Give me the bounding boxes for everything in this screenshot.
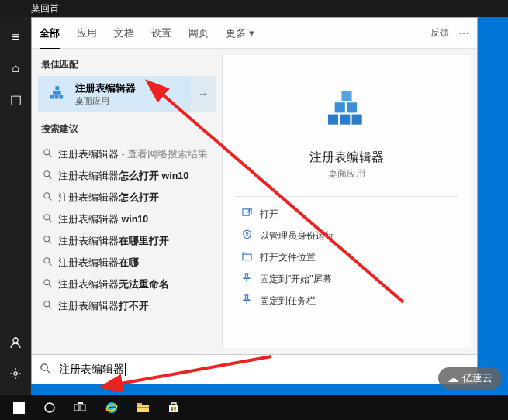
tab-all[interactable]: 全部	[40, 26, 60, 50]
tab-more[interactable]: 更多 ▾	[226, 26, 254, 40]
suggestion-item[interactable]: 注册表编辑器打不开	[38, 295, 222, 317]
search-icon	[40, 235, 55, 247]
detail-title: 注册表编辑器	[309, 150, 384, 166]
app-icon-large	[316, 78, 378, 140]
best-match-header: 最佳匹配	[41, 58, 222, 71]
suggestion-item[interactable]: 注册表编辑器怎么打开 win10	[38, 165, 222, 187]
svg-point-14	[43, 171, 49, 177]
home-icon[interactable]: ⌂	[0, 53, 31, 84]
explorer-icon[interactable]	[127, 395, 158, 420]
svg-rect-52	[174, 407, 176, 409]
more-menu-icon[interactable]: ⋯	[458, 27, 469, 40]
svg-rect-36	[242, 254, 251, 260]
search-input-value: 注册表编辑器	[59, 363, 124, 377]
settings-icon[interactable]	[0, 358, 31, 389]
svg-rect-49	[137, 407, 149, 408]
suggestions-header: 搜索建议	[41, 122, 222, 136]
suggestion-item[interactable]: 注册表编辑器 win10	[38, 208, 222, 230]
svg-rect-43	[81, 405, 85, 411]
svg-point-35	[246, 232, 248, 235]
svg-rect-34	[242, 209, 248, 215]
tab-settings[interactable]: 设置	[151, 26, 171, 40]
task-view-icon[interactable]	[65, 395, 96, 420]
svg-rect-8	[59, 95, 63, 99]
svg-point-18	[43, 215, 49, 220]
search-icon	[40, 148, 55, 160]
search-icon	[40, 278, 55, 291]
svg-rect-30	[352, 115, 362, 125]
user-icon[interactable]	[0, 327, 31, 358]
action-list: 打开以管理员身份运行打开文件位置固定到"开始"屏幕固定到任务栏	[223, 203, 471, 312]
svg-point-26	[43, 301, 49, 307]
recent-icon[interactable]: ◫	[0, 84, 31, 115]
regedit-icon	[44, 81, 69, 106]
action-open[interactable]: 打开	[238, 203, 471, 225]
watermark-icon: ☁	[448, 372, 458, 384]
svg-rect-11	[55, 86, 59, 90]
open-icon	[238, 208, 255, 220]
svg-line-38	[47, 370, 50, 373]
svg-rect-33	[341, 91, 351, 101]
tab-apps[interactable]: 应用	[77, 26, 97, 40]
svg-line-17	[49, 198, 51, 200]
action-pin-task[interactable]: 固定到任务栏	[238, 290, 471, 312]
watermark-text: 亿速云	[462, 371, 492, 385]
search-icon	[40, 256, 55, 269]
svg-point-37	[41, 363, 47, 370]
start-button[interactable]	[3, 395, 34, 420]
action-admin[interactable]: 以管理员身份运行	[238, 225, 471, 246]
svg-rect-51	[171, 407, 173, 409]
search-icon	[40, 170, 55, 182]
tab-docs[interactable]: 文档	[114, 26, 134, 40]
store-icon[interactable]	[158, 395, 189, 420]
svg-point-24	[43, 280, 49, 285]
svg-point-12	[43, 150, 49, 155]
svg-rect-29	[340, 115, 350, 125]
admin-icon	[238, 229, 255, 242]
svg-line-23	[49, 263, 51, 265]
svg-line-19	[49, 219, 51, 222]
expand-arrow-button[interactable]: →	[191, 76, 216, 112]
suggestion-item[interactable]: 注册表编辑器在哪里打开	[38, 230, 222, 252]
detail-subtitle: 桌面应用	[328, 167, 365, 181]
search-results-panel: 全部 应用 文档 设置 网页 更多 ▾ 反馈 ⋯ 最佳匹配 注册表编辑器	[31, 17, 478, 384]
svg-line-13	[49, 154, 51, 157]
svg-rect-7	[55, 95, 59, 99]
best-match-title: 注册表编辑器	[75, 81, 136, 95]
svg-point-1	[14, 372, 17, 375]
svg-rect-54	[174, 409, 176, 411]
suggestion-item[interactable]: 注册表编辑器 - 查看网络搜索结果	[38, 143, 222, 165]
svg-line-27	[49, 306, 51, 308]
search-icon	[40, 191, 55, 204]
best-match-item[interactable]: 注册表编辑器 桌面应用 →	[38, 76, 216, 112]
suggestion-item[interactable]: 注册表编辑器无法重命名	[38, 274, 222, 295]
cortana-circle-icon[interactable]	[34, 395, 65, 420]
svg-point-0	[13, 338, 18, 343]
action-folder[interactable]: 打开文件位置	[238, 246, 471, 268]
search-icon	[40, 363, 51, 377]
svg-rect-31	[335, 102, 345, 112]
svg-rect-42	[74, 405, 79, 411]
ie-icon[interactable]	[96, 395, 127, 420]
action-pin-start[interactable]: 固定到"开始"屏幕	[238, 268, 471, 290]
svg-rect-44	[78, 402, 83, 404]
feedback-link[interactable]: 反馈	[430, 26, 449, 40]
svg-point-41	[45, 403, 54, 412]
watermark-badge: ☁ 亿速云	[438, 367, 502, 389]
results-left-column: 最佳匹配 注册表编辑器 桌面应用 → 搜索建议 注册表编辑器 - 查看网络搜索结…	[32, 49, 222, 354]
svg-rect-6	[50, 95, 54, 99]
svg-rect-53	[171, 409, 173, 411]
results-detail-pane: 注册表编辑器 桌面应用 打开以管理员身份运行打开文件位置固定到"开始"屏幕固定到…	[222, 55, 471, 348]
taskbar	[0, 395, 508, 420]
suggestion-item[interactable]: 注册表编辑器在哪	[38, 252, 222, 274]
search-input-bar[interactable]: 注册表编辑器	[32, 354, 477, 384]
search-tabs: 全部 应用 文档 设置 网页 更多 ▾ 反馈 ⋯	[32, 18, 477, 49]
tab-web[interactable]: 网页	[188, 26, 209, 40]
menu-icon[interactable]: ≡	[0, 22, 31, 53]
suggestion-item[interactable]: 注册表编辑器怎么打开	[38, 187, 222, 208]
start-left-rail: ≡ ⌂ ◫	[0, 17, 31, 420]
svg-rect-32	[347, 102, 357, 112]
search-icon	[40, 300, 55, 312]
svg-rect-9	[53, 91, 57, 95]
browser-tab-title: 莫回首	[31, 2, 59, 15]
